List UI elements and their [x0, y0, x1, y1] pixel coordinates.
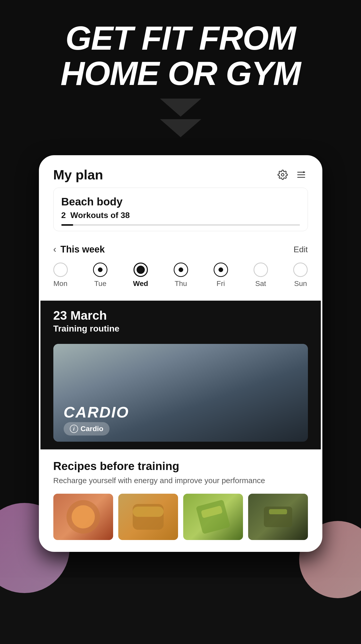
workouts-total: 38: [121, 211, 130, 220]
week-nav: ‹ This week Edit: [53, 239, 308, 257]
day-sun[interactable]: Sun: [293, 263, 308, 288]
chevron-2: [160, 119, 201, 140]
day-wed-label: Wed: [133, 280, 148, 288]
progress-bar-bg: [61, 224, 300, 226]
day-sun-radio: [293, 263, 308, 277]
recipe-1-visual: [53, 494, 113, 540]
day-fri[interactable]: Fri: [214, 263, 228, 288]
progress-bar-fill: [61, 224, 73, 226]
recipe-item-2[interactable]: [118, 494, 178, 540]
info-icon: i: [70, 425, 78, 433]
recipes-title: Recipes before training: [53, 460, 308, 473]
recipe-2-visual: [118, 494, 178, 540]
day-tue[interactable]: Tue: [93, 263, 107, 288]
day-thu[interactable]: Thu: [174, 263, 188, 288]
day-thu-dot: [179, 267, 183, 272]
cardio-badge-label: Cardio: [81, 425, 104, 433]
week-nav-left: ‹ This week: [53, 244, 105, 255]
svg-point-0: [281, 173, 284, 176]
recipe-item-4[interactable]: [248, 494, 308, 540]
plan-card[interactable]: Beach body 2 Workouts of 38: [53, 188, 308, 231]
recipes-subtitle: Recharge yourself with energy and improv…: [53, 475, 308, 486]
day-mon[interactable]: Mon: [53, 263, 68, 288]
phone-frame: My plan: [39, 155, 322, 552]
recipes-section: Recipes before training Recharge yoursel…: [40, 449, 321, 550]
day-wed-radio: [133, 263, 148, 277]
header-icons: [276, 168, 308, 181]
phone-container: My plan: [39, 155, 322, 552]
workout-count: 2 Workouts of 38: [61, 211, 300, 220]
chevrons-decoration: [160, 99, 201, 140]
prev-week-button[interactable]: ‹: [53, 244, 56, 255]
recipe-item-1[interactable]: [53, 494, 113, 540]
workouts-done: 2: [61, 211, 66, 220]
cardio-section: CARDIO i Cardio: [40, 339, 321, 449]
day-tue-radio: [93, 263, 107, 277]
workouts-label: Workouts of: [70, 211, 118, 220]
cardio-badge[interactable]: i Cardio: [64, 422, 110, 436]
svg-point-4: [303, 172, 304, 172]
day-wed-dot: [137, 266, 145, 274]
day-tue-dot: [98, 267, 103, 272]
date-section: 23 March Training routine: [40, 301, 321, 339]
day-wed[interactable]: Wed: [133, 263, 148, 288]
hero-section: GET FIT FROM HOME OR GYM: [0, 0, 361, 145]
day-thu-label: Thu: [175, 280, 187, 288]
app-header: My plan: [40, 157, 321, 188]
recipe-3-visual: [183, 494, 243, 540]
day-thu-radio: [174, 263, 188, 277]
cardio-title: CARDIO: [64, 403, 129, 421]
menu-icon[interactable]: [295, 168, 308, 181]
day-mon-label: Mon: [53, 280, 67, 288]
edit-week-button[interactable]: Edit: [293, 245, 308, 254]
cardio-card[interactable]: CARDIO i Cardio: [53, 344, 308, 442]
hero-title-line1: GET FIT FROM: [65, 19, 296, 57]
days-row: Mon Tue Wed: [53, 257, 308, 293]
routine-label: Training routine: [53, 324, 308, 334]
day-tue-label: Tue: [94, 280, 106, 288]
day-mon-radio: [53, 263, 68, 277]
recipe-4-visual: [248, 494, 308, 540]
app-title: My plan: [53, 167, 103, 182]
chevron-1: [160, 99, 201, 119]
hero-title: GET FIT FROM HOME OR GYM: [61, 21, 300, 91]
week-label: This week: [61, 244, 105, 255]
day-fri-radio: [214, 263, 228, 277]
recipes-row: [53, 494, 308, 540]
plan-name: Beach body: [61, 196, 300, 208]
day-sat[interactable]: Sat: [254, 263, 268, 288]
day-fri-dot: [219, 267, 223, 272]
recipe-item-3[interactable]: [183, 494, 243, 540]
settings-icon[interactable]: [276, 168, 289, 181]
day-sat-radio: [254, 263, 268, 277]
day-fri-label: Fri: [216, 280, 225, 288]
day-sat-label: Sat: [255, 280, 266, 288]
date-text: 23 March: [53, 308, 308, 323]
hero-title-line2: HOME OR GYM: [61, 55, 300, 92]
day-sun-label: Sun: [294, 280, 307, 288]
